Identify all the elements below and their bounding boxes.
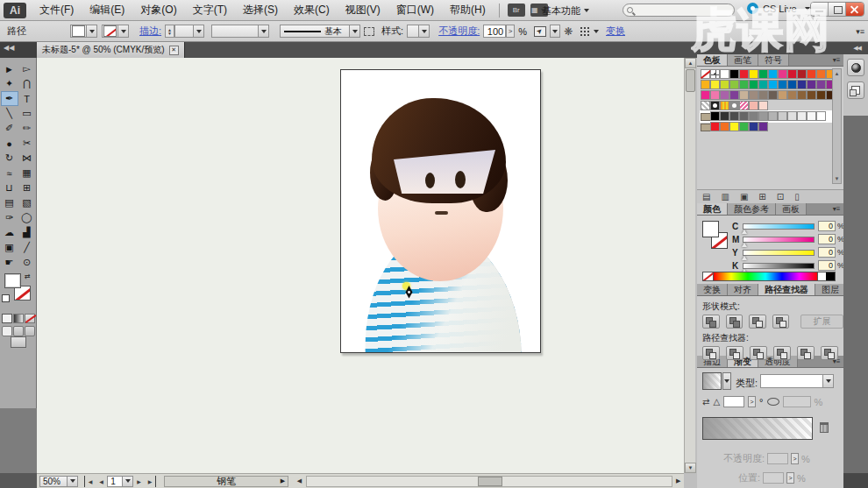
outline-button[interactable] <box>797 346 815 360</box>
pathfinder-tab-1[interactable]: 变换 <box>697 284 728 295</box>
swatch[interactable] <box>758 69 768 79</box>
swatch[interactable] <box>710 80 720 89</box>
swatch-pat-dot[interactable] <box>729 101 739 110</box>
prev-artboard-button[interactable]: ◀ <box>96 476 107 487</box>
swatch[interactable] <box>768 69 778 79</box>
gradient-slider[interactable] <box>702 417 813 440</box>
style-combo[interactable] <box>407 25 430 38</box>
gradient-preset-dropdown[interactable] <box>722 372 731 390</box>
c-slider[interactable] <box>743 223 815 230</box>
draw-behind-button[interactable] <box>13 326 24 336</box>
swatch[interactable] <box>778 111 787 121</box>
current-tool-display[interactable]: 钢笔 ▶ <box>164 476 288 487</box>
scissors-tool[interactable]: ✂ <box>18 136 36 151</box>
new-swatch-icon[interactable]: ⊡ <box>777 192 784 202</box>
swatch-pat-check[interactable] <box>701 101 710 110</box>
swatch[interactable] <box>739 111 749 121</box>
swap-fill-stroke-icon[interactable]: ⇄ <box>25 272 31 280</box>
swatch[interactable] <box>701 80 710 89</box>
horizontal-scrollbar[interactable] <box>306 476 672 487</box>
swatch[interactable] <box>787 90 797 100</box>
m-value-input[interactable]: 0 <box>818 234 836 244</box>
swatches-tab-1[interactable]: 色板 <box>697 54 728 66</box>
direct-selection-tool[interactable]: ▻ <box>18 61 36 76</box>
swatch[interactable] <box>729 80 739 89</box>
white-swatch[interactable] <box>817 272 826 280</box>
maximize-button[interactable] <box>829 3 846 16</box>
swatch-pat-stripe[interactable] <box>720 101 729 110</box>
slider-marker-icon[interactable] <box>742 243 747 247</box>
default-fill-stroke-icon[interactable] <box>2 294 10 302</box>
swatch[interactable] <box>720 111 729 121</box>
intersect-button[interactable] <box>749 315 766 329</box>
minus-front-button[interactable] <box>726 315 743 329</box>
horizontal-scroll-thumb[interactable] <box>478 477 502 486</box>
rectangle-tool[interactable]: ▭ <box>18 106 36 121</box>
angle-stepper-icon[interactable]: > <box>748 396 756 407</box>
swatch[interactable] <box>749 122 758 131</box>
stroke-color-picker[interactable] <box>102 25 129 38</box>
screen-mode-button[interactable] <box>11 336 26 348</box>
swatch[interactable] <box>739 122 749 131</box>
swatches-panel-menu-icon[interactable]: ▾≡ <box>829 54 843 66</box>
swatch-libraries-icon[interactable]: ▤ <box>702 192 710 202</box>
k-slider[interactable] <box>743 263 815 269</box>
swatch[interactable] <box>720 122 729 131</box>
eyedropper-tool[interactable]: ✑ <box>1 210 18 225</box>
swatch-pat-hatch[interactable] <box>739 101 749 110</box>
new-color-group-icon[interactable]: ⊞ <box>758 192 765 202</box>
scroll-left-icon[interactable]: ◀ <box>294 476 304 487</box>
fill-proxy[interactable] <box>702 221 719 237</box>
black-swatch[interactable] <box>826 272 835 280</box>
swatch[interactable] <box>720 69 729 79</box>
swatch[interactable] <box>807 90 816 100</box>
swatch-pat-ring[interactable] <box>710 101 720 110</box>
swatch[interactable] <box>758 101 768 110</box>
swatch[interactable] <box>816 111 826 121</box>
swatch[interactable] <box>739 90 749 100</box>
menu-file[interactable]: 文件(F) <box>32 0 82 20</box>
swatches-scrollbar[interactable]: ▲ ▼ <box>832 68 842 184</box>
shape-builder-tool[interactable]: ⊔ <box>1 180 18 195</box>
slider-marker-icon[interactable] <box>742 256 747 260</box>
menu-window[interactable]: 窗口(W) <box>388 0 442 20</box>
y-slider[interactable] <box>743 250 815 256</box>
appearance-panel-icon[interactable] <box>847 59 864 76</box>
delete-swatch-icon[interactable]: ▯ <box>794 192 800 202</box>
toolbar-collapse-icon[interactable]: ◀◀ <box>0 42 37 58</box>
swatch[interactable] <box>807 69 816 79</box>
swatch[interactable] <box>749 90 758 100</box>
swatches-tab-2[interactable]: 画笔 <box>728 54 758 66</box>
spectrum-rainbow[interactable] <box>714 272 817 280</box>
swatch[interactable] <box>778 90 787 100</box>
scroll-down-icon[interactable]: ▼ <box>833 174 841 183</box>
swatch[interactable] <box>768 90 778 100</box>
scroll-down-icon[interactable]: ▼ <box>685 463 696 473</box>
artboard-tool[interactable]: ▣ <box>1 240 18 255</box>
swatch[interactable] <box>739 69 749 79</box>
swatch[interactable] <box>797 69 807 79</box>
type-tool[interactable]: T <box>18 91 36 106</box>
recolor-artwork-icon[interactable]: ❋ <box>564 25 573 38</box>
lasso-tool[interactable]: ⋂ <box>18 76 36 91</box>
bridge-icon[interactable]: Br <box>508 4 525 17</box>
swatch[interactable] <box>816 69 826 79</box>
pen-tool[interactable]: ✒ <box>1 91 18 106</box>
swatch[interactable] <box>787 111 797 121</box>
swatch[interactable] <box>758 80 768 89</box>
vertical-scroll-thumb[interactable] <box>686 69 695 92</box>
opacity-stepper-icon[interactable]: > <box>506 25 515 38</box>
pathfinder-tab-2[interactable]: 对齐 <box>728 284 758 295</box>
menu-view[interactable]: 视图(V) <box>338 0 388 20</box>
paintbrush-tool[interactable]: ✐ <box>1 121 18 136</box>
merge-button[interactable] <box>750 346 767 360</box>
swatch[interactable] <box>807 80 816 89</box>
reverse-gradient-icon[interactable]: ⇄ <box>702 397 709 407</box>
swatch[interactable] <box>778 69 787 79</box>
menu-select[interactable]: 选择(S) <box>235 0 286 20</box>
color-spectrum[interactable] <box>702 272 836 281</box>
swatch[interactable] <box>797 90 807 100</box>
scroll-right-icon[interactable]: ▶ <box>673 476 684 487</box>
slice-tool[interactable]: ╱ <box>18 240 36 255</box>
width-tool[interactable]: ≈ <box>1 166 18 180</box>
